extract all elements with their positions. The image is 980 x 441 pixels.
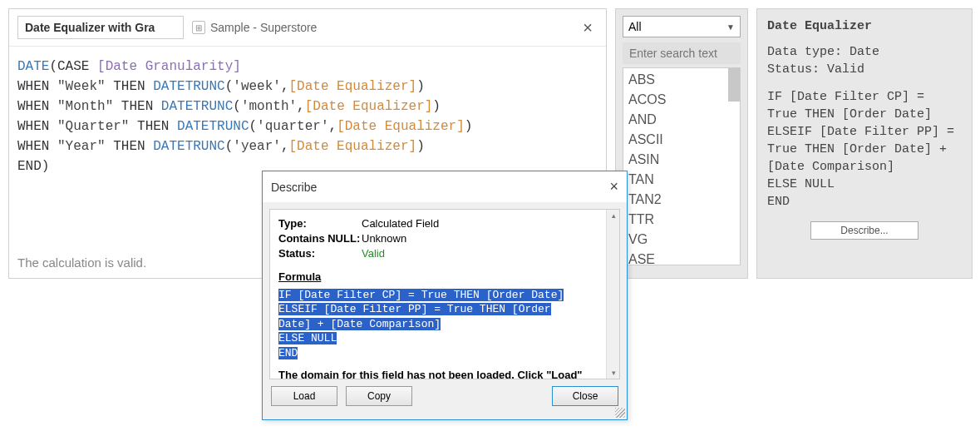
type-value: Calculated Field — [362, 216, 439, 231]
contains-null-label: Contains NULL: — [278, 231, 362, 246]
close-icon[interactable]: × — [609, 178, 618, 196]
type-label: Type: — [278, 216, 362, 231]
status-value: Valid — [362, 246, 385, 261]
editor-header: ⊞ Sample - Superstore × — [9, 9, 606, 47]
close-icon[interactable]: × — [578, 18, 598, 37]
scrollbar-thumb[interactable] — [728, 68, 740, 102]
field-help-panel: Date Equalizer Data type: Date Status: V… — [756, 8, 973, 279]
datasource-label: Sample - Superstore — [210, 21, 317, 34]
describe-button[interactable]: Describe... — [810, 221, 918, 240]
resize-grip[interactable] — [615, 408, 625, 418]
status-label: Status: — [278, 246, 362, 261]
datasource-icon: ⊞ — [192, 21, 205, 34]
function-item[interactable]: ASE — [628, 250, 735, 265]
domain-load-note: The domain for this field has not been l… — [278, 369, 611, 381]
help-meta: Data type: Date Status: Valid — [767, 43, 962, 78]
dialog-body: Type:Calculated Field Contains NULL:Unkn… — [269, 209, 620, 379]
function-search-input[interactable] — [623, 42, 741, 64]
function-item[interactable]: ABS — [628, 70, 735, 90]
scroll-down-icon[interactable]: ▾ — [607, 367, 620, 379]
function-panel: All ▼ ABS ACOS AND ASCII ASIN TAN TAN2 T… — [615, 8, 748, 279]
formula-header: Formula — [278, 270, 611, 283]
dialog-scrollbar[interactable]: ▴ ▾ — [606, 210, 619, 379]
function-item[interactable]: TAN — [628, 170, 735, 190]
contains-null-value: Unknown — [362, 231, 406, 246]
help-title: Date Equalizer — [767, 19, 962, 33]
function-item[interactable]: AND — [628, 110, 735, 130]
formula-text[interactable]: IF [Date Filter CP] = True THEN [Order D… — [278, 288, 611, 361]
function-list[interactable]: ABS ACOS AND ASCII ASIN TAN TAN2 TTR VG … — [623, 67, 741, 265]
function-item[interactable]: ASIN — [628, 150, 735, 170]
function-item[interactable]: TAN2 — [628, 190, 735, 210]
chevron-down-icon: ▼ — [726, 22, 735, 32]
field-name-input[interactable] — [17, 16, 184, 39]
copy-button[interactable]: Copy — [346, 386, 412, 406]
close-button[interactable]: Close — [552, 386, 618, 406]
datasource-picker[interactable]: ⊞ Sample - Superstore — [192, 21, 317, 34]
describe-dialog: Describe × Type:Calculated Field Contain… — [262, 171, 628, 420]
help-formula: IF [Date Filter CP] = True THEN [Order D… — [767, 88, 962, 213]
function-item[interactable]: ACOS — [628, 90, 735, 110]
function-category-select[interactable]: All ▼ — [623, 16, 741, 37]
dialog-title-text: Describe — [271, 181, 317, 194]
formula-editor[interactable]: DATE(CASE [Date Granularity] WHEN "Week"… — [9, 47, 606, 186]
function-category-value: All — [628, 20, 642, 33]
function-item[interactable]: ASCII — [628, 130, 735, 150]
load-button[interactable]: Load — [271, 386, 337, 406]
function-item[interactable]: TTR — [628, 210, 735, 230]
dialog-titlebar[interactable]: Describe × — [263, 171, 627, 202]
function-item[interactable]: VG — [628, 230, 735, 250]
scroll-up-icon[interactable]: ▴ — [607, 210, 620, 221]
